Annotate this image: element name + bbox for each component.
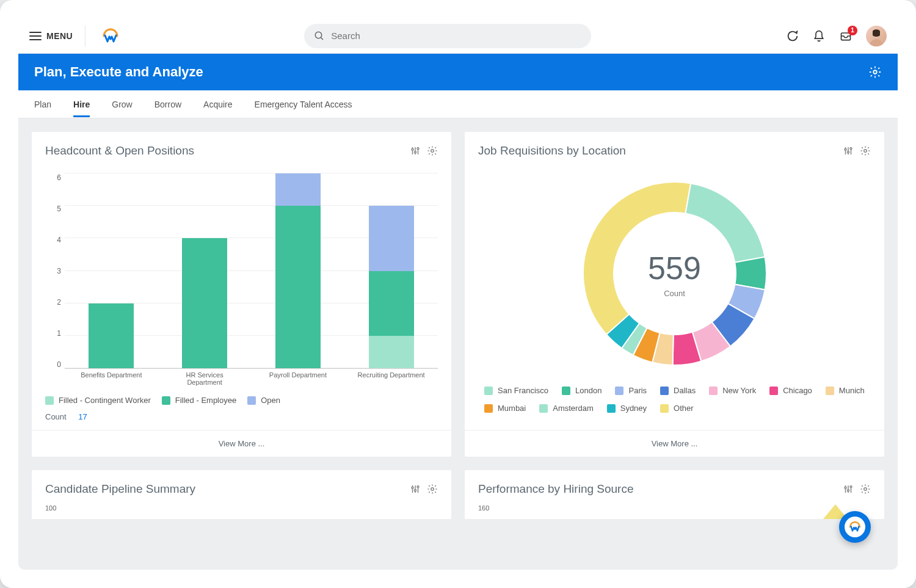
jobreq-donut-chart: 559 Count [577, 176, 772, 371]
svg-point-0 [315, 32, 322, 38]
legend-swatch [162, 396, 170, 405]
card-perf: Performance by Hiring Source 160 [465, 470, 884, 519]
legend-swatch [45, 396, 54, 405]
donut-center-value: 559 [648, 250, 701, 286]
avatar[interactable] [866, 26, 887, 46]
gear-icon[interactable] [860, 484, 871, 495]
svg-point-30 [848, 490, 849, 492]
legend-item[interactable]: Other [660, 404, 694, 413]
legend-item[interactable]: Dallas [660, 386, 696, 395]
search-input-container[interactable] [304, 24, 591, 48]
legend-label: Sydney [620, 404, 647, 413]
legend-label: San Francisco [498, 386, 548, 395]
page-settings-gear-icon[interactable] [868, 65, 882, 79]
filter-icon[interactable] [843, 484, 854, 495]
legend-item[interactable]: Chicago [769, 386, 812, 395]
card-jobreq: Job Requisitions by Location 559 Count [465, 132, 884, 457]
gear-icon[interactable] [427, 145, 438, 156]
svg-point-15 [845, 148, 846, 150]
svg-point-22 [412, 487, 413, 488]
svg-point-25 [431, 488, 434, 491]
y-tick: 0 [57, 360, 61, 369]
svg-point-31 [850, 486, 852, 488]
tab-grow[interactable]: Grow [112, 92, 132, 117]
svg-point-18 [864, 150, 867, 153]
legend-swatch [607, 404, 616, 413]
view-more-link[interactable]: View More ... [32, 430, 451, 457]
notifications-icon[interactable] [812, 29, 826, 43]
card-pipeline: Candidate Pipeline Summary 100 [32, 470, 451, 519]
legend-item[interactable]: London [562, 386, 602, 395]
legend-item[interactable]: New York [709, 386, 756, 395]
inbox-icon[interactable]: 1 [839, 29, 852, 43]
legend-label: Paris [628, 386, 647, 395]
y-tick: 5 [57, 205, 61, 213]
legend-label: Open [261, 396, 280, 405]
tab-acquire[interactable]: Acquire [203, 92, 232, 117]
tab-plan[interactable]: Plan [34, 92, 51, 117]
y-tick: 4 [57, 236, 61, 244]
bar-recruiting-department[interactable] [369, 173, 414, 368]
y-axis-tick: 160 [478, 504, 489, 512]
inbox-badge: 1 [848, 26, 857, 35]
svg-point-32 [864, 488, 867, 491]
bar-payroll-department[interactable] [275, 173, 321, 368]
legend-label: New York [722, 386, 756, 395]
svg-line-1 [321, 37, 323, 40]
tab-emergency-talent-access[interactable]: Emergency Talent Access [255, 92, 352, 117]
legend-item[interactable]: Munich [826, 386, 865, 395]
filter-icon[interactable] [410, 484, 421, 495]
legend-label: Chicago [783, 386, 812, 395]
search-input[interactable] [331, 31, 581, 41]
legend-label: Mumbai [498, 404, 526, 413]
legend-label: Filled - Employee [175, 396, 236, 405]
svg-point-10 [417, 148, 419, 150]
filter-icon[interactable] [410, 145, 421, 156]
card-title: Performance by Hiring Source [478, 482, 634, 496]
y-axis-tick: 100 [45, 504, 56, 512]
gear-icon[interactable] [427, 484, 438, 495]
bar-hr-services-department[interactable] [182, 173, 227, 368]
x-label: Recruiting Department [355, 371, 428, 387]
x-label: Benefits Department [75, 371, 148, 387]
legend-swatch [247, 396, 256, 405]
svg-point-29 [845, 487, 846, 488]
legend-swatch [484, 387, 493, 395]
legend-swatch [539, 404, 548, 413]
legend-item[interactable]: Paris [615, 386, 647, 395]
assistant-fab[interactable] [839, 511, 871, 543]
legend-item[interactable]: Open [247, 396, 280, 405]
svg-point-24 [417, 486, 419, 488]
x-label: HR Services Department [168, 371, 241, 387]
legend-item[interactable]: Sydney [607, 404, 647, 413]
search-icon [314, 31, 325, 42]
chat-icon[interactable] [785, 29, 799, 43]
tab-borrow[interactable]: Borrow [154, 92, 181, 117]
legend-label: Munich [839, 386, 865, 395]
legend-item[interactable]: Filled - Employee [162, 396, 236, 405]
legend-label: Filled - Contingent Worker [59, 396, 151, 405]
svg-point-23 [415, 490, 416, 492]
workday-logo-icon [845, 517, 865, 537]
legend-swatch [615, 387, 623, 395]
view-more-link[interactable]: View More ... [465, 430, 884, 457]
donut-center-label: Count [664, 289, 685, 298]
legend-swatch [769, 387, 778, 395]
legend-item[interactable]: San Francisco [484, 386, 548, 395]
card-title: Candidate Pipeline Summary [45, 482, 195, 496]
x-label: Payroll Department [261, 371, 335, 387]
card-headcount: Headcount & Open Positions 6543210Benefi… [32, 132, 451, 457]
legend-item[interactable]: Amsterdam [539, 404, 593, 413]
workday-logo[interactable] [101, 27, 120, 45]
filter-icon[interactable] [843, 145, 854, 156]
svg-point-16 [848, 151, 849, 153]
gear-icon[interactable] [860, 145, 871, 156]
bar-benefits-department[interactable] [89, 173, 134, 368]
svg-point-4 [873, 70, 877, 74]
y-tick: 2 [57, 298, 61, 307]
legend-item[interactable]: Mumbai [484, 404, 526, 413]
tab-hire[interactable]: Hire [73, 92, 90, 117]
divider [85, 25, 85, 47]
menu-button[interactable]: MENU [29, 31, 73, 41]
legend-item[interactable]: Filled - Contingent Worker [45, 396, 151, 405]
